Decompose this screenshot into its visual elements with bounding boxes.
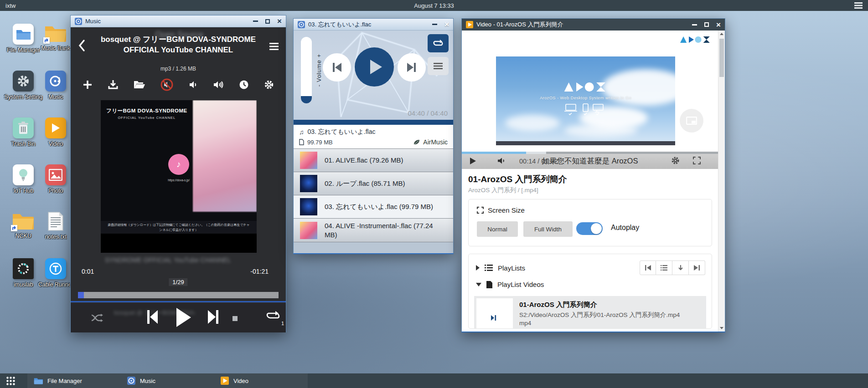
taskbar-item-music[interactable]: Music	[121, 373, 214, 388]
file-size: 99.79 MB	[307, 139, 333, 146]
time-remaining: -01:21	[250, 268, 269, 275]
track-position-badge: 1/29	[169, 278, 187, 286]
progress-played	[462, 152, 526, 154]
scroll-up-icon[interactable]	[718, 31, 725, 37]
desktop-icon-label: Video	[48, 141, 63, 148]
desktop-icon-label: notes.txt	[45, 234, 66, 240]
video-play-button[interactable]	[470, 158, 476, 164]
playlist-video-item[interactable]: 01-ArozOS 入門系列簡介 S2:/Video/ArozOS 入門系列/0…	[474, 296, 706, 329]
album-art-photo	[193, 100, 257, 212]
playlist-row[interactable]: 01. ALIVE.flac (79.26 MB)	[294, 148, 453, 172]
volume-slider[interactable]	[301, 37, 312, 103]
gear-icon	[13, 71, 34, 92]
scrollbar[interactable]	[718, 31, 725, 332]
repeat-button[interactable]	[266, 310, 280, 322]
playlist-video-path: S2:/Video/ArozOS 入門系列/01-ArozOS 入門系列簡介.m…	[519, 311, 680, 318]
flac-player-area: - Volume + 04:40 / 04:40	[294, 31, 453, 120]
now-playing-title: 03. 忘れてもいいよ.flac	[308, 128, 376, 136]
full-width-button[interactable]: Full Width	[523, 221, 573, 237]
playlists-section-toggle[interactable]: PlayLists	[476, 264, 525, 272]
play-pause-button[interactable]	[355, 47, 394, 87]
skip-to-end-button[interactable]	[689, 260, 705, 275]
mute-button[interactable]	[160, 78, 173, 91]
video-window-body: ArozOS - Web Desktop System written in G…	[462, 31, 725, 332]
playlist-videos-section-toggle[interactable]: PlayList Videos	[476, 281, 544, 288]
playlist-list-button[interactable]	[656, 260, 672, 275]
settings-button[interactable]	[264, 80, 274, 90]
download-button[interactable]	[108, 80, 119, 90]
minimize-button[interactable]	[253, 20, 258, 22]
previous-track-button[interactable]	[323, 53, 351, 82]
scrollbar-thumb[interactable]	[719, 39, 724, 77]
playlist-menu-button[interactable]	[428, 57, 449, 75]
video-overlay: ArozOS - Web Desktop System written in G…	[496, 82, 675, 115]
playlist-row[interactable]: 04. ALIVE -Instrumental-.flac (77.24 MB)	[294, 218, 453, 242]
history-button[interactable]	[239, 80, 249, 90]
album-art-brand-sub: OFFICIAL YouTube CHANNEL	[101, 116, 193, 120]
video-app-icon	[221, 377, 229, 385]
previous-button[interactable]	[146, 309, 158, 325]
fullscreen-button[interactable]	[693, 157, 701, 164]
music-app-icon	[298, 21, 305, 28]
playlist-card: PlayLists PlayList Videos	[468, 254, 712, 329]
video-progress-bar[interactable]	[462, 152, 718, 154]
shortcut-arrow-icon	[43, 37, 50, 44]
next-track-button[interactable]	[398, 53, 426, 82]
seek-bar[interactable]	[78, 292, 279, 298]
repeat-mode-button[interactable]	[428, 34, 449, 52]
picture-in-picture-button[interactable]	[680, 109, 703, 133]
close-button[interactable]: ×	[444, 20, 449, 28]
playlist-row[interactable]: 02. ループ.flac (85.71 MB)	[294, 172, 453, 195]
cable-runner-icon	[45, 258, 66, 279]
seek-handle[interactable]	[78, 292, 84, 298]
screen-size-icon	[477, 207, 484, 214]
video-volume-button[interactable]	[497, 157, 506, 164]
taskbar-item-video[interactable]: Video	[214, 373, 308, 388]
toggle-knob	[591, 223, 602, 234]
top-menu-button[interactable]	[854, 2, 863, 9]
progress-bar[interactable]	[294, 120, 453, 125]
next-button[interactable]	[207, 309, 219, 325]
play-button[interactable]	[176, 308, 191, 327]
volume-up-button[interactable]	[213, 80, 224, 89]
volume-down-button[interactable]	[189, 80, 198, 89]
minimize-button[interactable]	[692, 24, 697, 26]
menu-icon[interactable]	[269, 43, 279, 50]
maximize-button[interactable]	[704, 22, 709, 27]
video-window-titlebar[interactable]: Video - 01-ArozOS 入門系列簡介 ×	[462, 19, 725, 31]
shuffle-button[interactable]	[91, 313, 103, 322]
caret-right-icon	[476, 265, 480, 271]
airmusic-button[interactable]: AirMusic	[413, 138, 448, 146]
video-settings-button[interactable]	[671, 156, 680, 165]
playlist-empty-area	[294, 242, 453, 253]
flac-window-titlebar[interactable]: 03. 忘れてもいいよ.flac ×	[294, 19, 453, 31]
progress-buffered	[526, 152, 547, 154]
scroll-down-icon[interactable]	[718, 325, 725, 332]
taskbar-item-file-manager[interactable]: File Manager	[27, 373, 121, 388]
stop-button[interactable]	[232, 316, 238, 321]
desktop-icon-label: Cable Runner	[38, 281, 73, 288]
music-window-titlebar[interactable]: Music ×	[71, 15, 286, 27]
playlist-row-current[interactable]: 03. 忘れてもいいよ.flac (99.79 MB)	[294, 195, 453, 218]
normal-size-button[interactable]: Normal	[477, 221, 518, 237]
add-button[interactable]	[83, 80, 93, 90]
back-button[interactable]	[78, 39, 85, 52]
maximize-button[interactable]	[265, 19, 270, 24]
album-art-url: https://dova-s.jp/	[101, 179, 257, 182]
close-button[interactable]: ×	[277, 17, 282, 25]
download-video-button[interactable]	[672, 260, 689, 275]
open-folder-button[interactable]	[134, 80, 145, 89]
trash-icon	[13, 117, 34, 138]
album-thumbnail	[300, 152, 317, 169]
video-control-bar: 如果您不知道甚麼是 ArozOS 00:14 / 01:02	[462, 152, 718, 169]
close-button[interactable]: ×	[716, 21, 721, 29]
screen-size-card: Screen Size Normal Full Width Autoplay	[468, 199, 712, 246]
minimize-button[interactable]	[432, 24, 437, 25]
flac-window-body: - Volume + 04:40 / 04:40 ♫ 03. 忘れてもいいよ.f…	[294, 31, 453, 253]
skip-to-start-button[interactable]	[640, 260, 656, 275]
taskbar: File Manager Music Video	[0, 373, 868, 388]
app-grid-button[interactable]	[6, 377, 15, 385]
arozos-logo-white-icon	[564, 82, 608, 92]
video-frame[interactable]: ArozOS - Web Desktop System written in G…	[496, 56, 675, 145]
autoplay-toggle[interactable]	[576, 222, 603, 235]
